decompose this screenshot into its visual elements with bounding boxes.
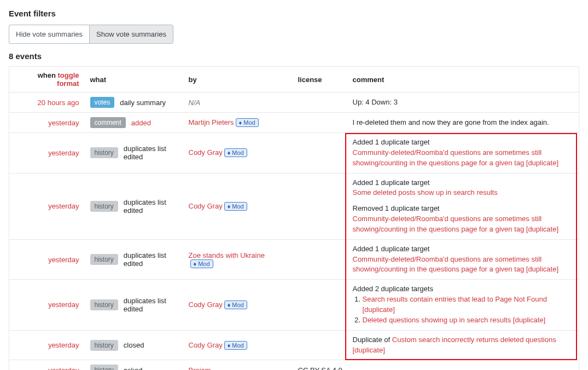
col-license: license xyxy=(294,67,348,92)
show-vote-summaries-button[interactable]: Show vote summaries xyxy=(89,25,173,44)
hide-vote-summaries-button[interactable]: Hide vote summaries xyxy=(9,25,89,44)
what-action: duplicates list edited xyxy=(124,251,180,268)
table-row: 20 hours agovotesdaily summaryN/AUp: 4 D… xyxy=(9,92,579,113)
comment-cell: Added 1 duplicate targetCommunity-delete… xyxy=(348,239,579,280)
comment-block-title: Added 1 duplicate target xyxy=(353,137,575,148)
table-row: yesterdayhistoryduplicates list editedCo… xyxy=(9,173,579,239)
table-row: yesterdayhistoryduplicates list editedZo… xyxy=(9,239,579,280)
user-link[interactable]: Martijn Pieters xyxy=(189,118,234,126)
duplicate-link[interactable]: Search results contain entries that lead… xyxy=(363,295,547,314)
table-row: yesterdayhistoryduplicates list editedCo… xyxy=(9,280,579,330)
comment-block-title: Added 2 duplicate targets xyxy=(353,284,575,294)
when-link[interactable]: yesterday xyxy=(14,300,79,309)
user-link[interactable]: Cody Gray xyxy=(189,148,223,157)
license-cell xyxy=(294,239,348,280)
what-action: duplicates list edited xyxy=(124,144,180,161)
duplicate-link[interactable]: Community-deleted/Roomba'd questions are… xyxy=(353,255,559,274)
mod-badge[interactable]: ♦ Mod xyxy=(190,259,213,268)
mod-badge[interactable]: ♦ Mod xyxy=(224,300,247,309)
user-link[interactable]: Zoe stands with Ukraine xyxy=(189,251,265,259)
table-row: yesterdayhistoryclosedCody Gray♦ ModDupl… xyxy=(9,330,579,360)
table-row: yesterdayhistoryaskedBraiamCC BY-SA 4.0 xyxy=(9,360,579,370)
comment-cell: I re-deleted them and now they are gone … xyxy=(348,113,579,133)
license-cell xyxy=(294,173,348,239)
duplicate-link[interactable]: Community-deleted/Roomba'd questions are… xyxy=(353,215,559,233)
by-na: N/A xyxy=(189,99,201,107)
what-action[interactable]: added xyxy=(131,119,151,127)
col-comment: comment xyxy=(348,67,579,92)
what-action: duplicates list edited xyxy=(124,198,180,215)
what-action: duplicates list edited xyxy=(124,297,180,313)
when-link[interactable]: yesterday xyxy=(14,366,79,370)
mod-badge[interactable]: ♦ Mod xyxy=(224,148,247,157)
comment-cell: Added 1 duplicate targetSome deleted pos… xyxy=(348,173,579,239)
license-cell xyxy=(294,113,348,133)
what-action: daily summary xyxy=(120,99,166,107)
events-count: 8 events xyxy=(9,51,579,61)
history-badge[interactable]: history xyxy=(90,365,118,370)
events-table: when toggle format what by license comme… xyxy=(9,66,579,370)
comment-cell: Added 1 duplicate targetCommunity-delete… xyxy=(348,133,579,174)
comment-badge[interactable]: comment xyxy=(90,117,126,128)
when-link[interactable]: yesterday xyxy=(14,341,79,349)
user-link[interactable]: Cody Gray xyxy=(189,341,223,349)
col-by: by xyxy=(184,67,294,92)
filter-toggle-group: Hide vote summaries Show vote summaries xyxy=(9,25,579,44)
when-link[interactable]: yesterday xyxy=(14,119,79,127)
duplicate-link[interactable]: Community-deleted/Roomba'd questions are… xyxy=(353,148,559,167)
when-link[interactable]: yesterday xyxy=(14,256,79,264)
license-cell xyxy=(294,92,348,113)
mod-badge[interactable]: ♦ Mod xyxy=(224,341,247,350)
comment-block-title: Added 1 duplicate target xyxy=(353,178,575,188)
mod-badge[interactable]: ♦ Mod xyxy=(224,202,247,211)
comment-cell: Up: 4 Down: 3 xyxy=(348,92,579,113)
table-row: yesterdaycommentaddedMartijn Pieters♦ Mo… xyxy=(9,113,579,133)
duplicate-link[interactable]: Custom search incorrectly returns delete… xyxy=(353,336,556,354)
comment-cell xyxy=(348,360,579,370)
history-badge[interactable]: history xyxy=(90,201,118,212)
comment-cell: Added 2 duplicate targetsSearch results … xyxy=(348,280,579,330)
toggle-format-link[interactable]: toggle format xyxy=(57,71,79,88)
when-link[interactable]: yesterday xyxy=(14,202,79,210)
history-badge[interactable]: history xyxy=(90,340,118,351)
col-when: when toggle format xyxy=(9,67,86,92)
comment-cell: Duplicate of Custom search incorrectly r… xyxy=(348,330,579,360)
when-link[interactable]: 20 hours ago xyxy=(14,99,79,107)
license-cell xyxy=(294,330,348,360)
table-row: yesterdayhistoryduplicates list editedCo… xyxy=(9,133,579,174)
comment-block-title: Added 1 duplicate target xyxy=(353,244,575,255)
filters-heading: Event filters xyxy=(9,9,579,18)
history-badge[interactable]: history xyxy=(90,254,118,265)
what-action: asked xyxy=(124,366,143,370)
user-link[interactable]: Braiam xyxy=(189,366,211,370)
license-cell: CC BY-SA 4.0 xyxy=(294,360,348,370)
votes-badge[interactable]: votes xyxy=(90,97,115,108)
history-badge[interactable]: history xyxy=(90,147,118,158)
what-action: closed xyxy=(124,341,144,349)
duplicate-link[interactable]: Some deleted posts show up in search res… xyxy=(353,188,498,196)
when-link[interactable]: yesterday xyxy=(14,149,79,157)
duplicate-link[interactable]: Deleted questions showing up in search r… xyxy=(363,316,546,324)
mod-badge[interactable]: ♦ Mod xyxy=(236,118,259,127)
user-link[interactable]: Cody Gray xyxy=(189,202,223,210)
comment-block-title: Removed 1 duplicate target xyxy=(353,204,575,214)
license-cell xyxy=(294,280,348,330)
col-what: what xyxy=(86,67,184,92)
license-cell xyxy=(294,133,348,174)
user-link[interactable]: Cody Gray xyxy=(189,300,223,309)
history-badge[interactable]: history xyxy=(90,299,118,310)
